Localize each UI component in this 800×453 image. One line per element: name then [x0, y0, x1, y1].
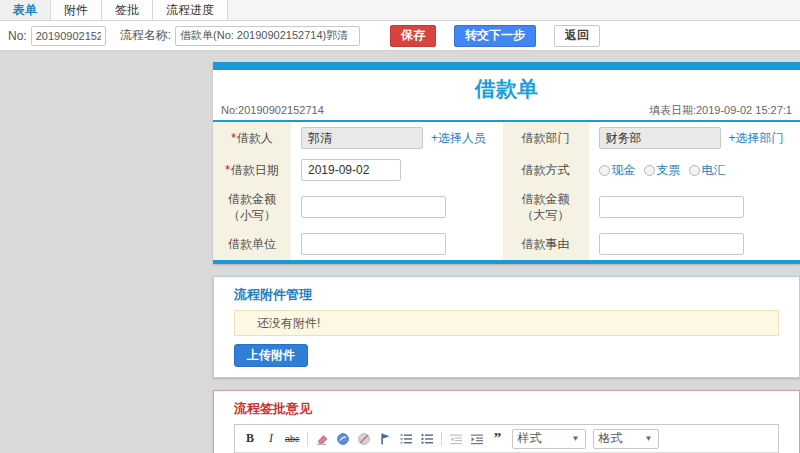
- strikethrough-icon[interactable]: abc: [285, 431, 300, 447]
- command-toolbar: No: 流程名称: 保存 转交下一步 返回: [0, 21, 800, 51]
- back-button[interactable]: 返回: [554, 25, 600, 47]
- format-dropdown[interactable]: 格式▼: [593, 429, 659, 449]
- radio-cheque[interactable]: 支票: [644, 162, 681, 179]
- attachments-panel: 流程附件管理 还没有附件! 上传附件: [213, 276, 800, 378]
- attachments-title: 流程附件管理: [234, 287, 779, 302]
- select-person-link[interactable]: +选择人员: [431, 130, 486, 147]
- loan-reason-input[interactable]: [599, 233, 744, 255]
- radio-cheque-icon[interactable]: [644, 165, 655, 176]
- no-input[interactable]: [31, 26, 106, 46]
- radio-cash[interactable]: 现金: [599, 162, 636, 179]
- amount-small-input[interactable]: [301, 196, 446, 218]
- process-name-input[interactable]: [175, 26, 360, 46]
- tab-attachments[interactable]: 附件: [51, 0, 102, 20]
- forward-next-step-button[interactable]: 转交下一步: [454, 25, 536, 47]
- unlink-icon[interactable]: [357, 431, 371, 447]
- loan-method-label: 借款方式: [503, 154, 589, 186]
- editor-toolbar: B I abc: [235, 425, 778, 453]
- bulleted-list-icon[interactable]: [420, 431, 434, 447]
- select-department-link[interactable]: +选择部门: [729, 130, 784, 147]
- styles-dropdown[interactable]: 样式▼: [512, 429, 586, 449]
- remove-format-icon[interactable]: [315, 431, 329, 447]
- outdent-icon[interactable]: [449, 431, 463, 447]
- no-label: No:: [8, 29, 27, 43]
- department-input[interactable]: [599, 127, 721, 149]
- anchor-flag-icon[interactable]: [378, 431, 392, 447]
- no-attachments-notice: 还没有附件!: [234, 310, 779, 336]
- form-title: 借款单: [221, 75, 792, 103]
- tab-progress[interactable]: 流程进度: [153, 0, 228, 20]
- form-date-text: 填表日期:2019-09-02 15:27:1: [649, 103, 792, 118]
- loan-reason-label: 借款事由: [503, 228, 589, 260]
- amount-small-label: 借款金额（小写）: [213, 186, 291, 228]
- amount-big-label: 借款金额（大写）: [503, 186, 589, 228]
- radio-cash-icon[interactable]: [599, 165, 610, 176]
- approval-title: 流程签批意见: [234, 401, 779, 416]
- chevron-down-icon: ▼: [572, 434, 580, 443]
- amount-big-input[interactable]: [599, 196, 744, 218]
- loan-method-radio-group: 现金 支票 电汇: [599, 162, 726, 179]
- toolbar-separator: [441, 432, 442, 446]
- tab-approval[interactable]: 签批: [102, 0, 153, 20]
- italic-icon[interactable]: I: [264, 431, 278, 447]
- tab-form[interactable]: 表单: [0, 0, 51, 20]
- approval-comments-panel: 流程签批意见 B I abc: [213, 390, 800, 453]
- loan-unit-label: 借款单位: [213, 228, 291, 260]
- numbered-list-icon[interactable]: [399, 431, 413, 447]
- department-label: 借款部门: [503, 122, 589, 154]
- upload-attachment-button[interactable]: 上传附件: [234, 344, 308, 367]
- loan-form-panel: 借款单 No:20190902152714 填表日期:2019-09-02 15…: [213, 62, 800, 264]
- loan-date-label: *借款日期: [213, 154, 291, 186]
- form-header: 借款单 No:20190902152714 填表日期:2019-09-02 15…: [213, 70, 800, 122]
- radio-wire[interactable]: 电汇: [689, 162, 726, 179]
- save-button[interactable]: 保存: [390, 25, 436, 47]
- form-grid: *借款人 +选择人员 借款部门 +选择部门 *借款日期 借款方式 现金 支票 电…: [213, 122, 800, 264]
- borrower-input[interactable]: [301, 127, 423, 149]
- radio-wire-icon[interactable]: [689, 165, 700, 176]
- toolbar-separator: [307, 432, 308, 446]
- loan-unit-input[interactable]: [301, 233, 446, 255]
- form-no-text: No:20190902152714: [221, 103, 324, 118]
- required-marker: *: [231, 131, 236, 145]
- borrower-label: *借款人: [213, 122, 291, 154]
- process-name-label: 流程名称:: [120, 27, 171, 44]
- bold-icon[interactable]: B: [243, 431, 257, 447]
- chevron-down-icon: ▼: [645, 434, 653, 443]
- required-marker: *: [225, 163, 230, 177]
- indent-icon[interactable]: [470, 431, 484, 447]
- page-content: 借款单 No:20190902152714 填表日期:2019-09-02 15…: [0, 51, 800, 453]
- blockquote-icon[interactable]: ”: [491, 431, 505, 447]
- rich-text-editor: B I abc: [234, 424, 779, 453]
- link-icon[interactable]: [336, 431, 350, 447]
- panel-accent-bar: [213, 62, 800, 70]
- tab-bar: 表单 附件 签批 流程进度: [0, 0, 800, 21]
- loan-date-input[interactable]: [301, 159, 401, 181]
